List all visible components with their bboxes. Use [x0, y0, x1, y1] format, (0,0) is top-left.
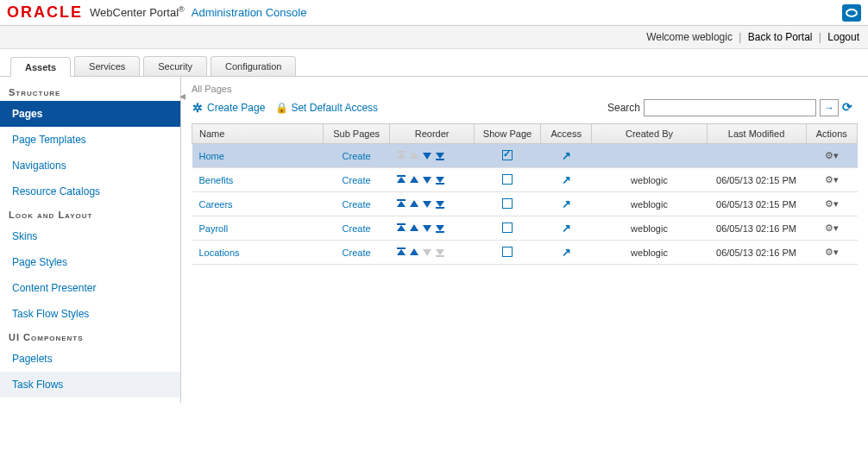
page-name-link[interactable]: Payroll: [199, 223, 229, 234]
actions-menu-button[interactable]: ⚙▾: [825, 247, 839, 257]
reorder-controls[interactable]: [397, 247, 468, 258]
tab-services[interactable]: Services: [74, 56, 140, 76]
last-modified-cell: [707, 144, 806, 168]
reorder-controls[interactable]: [397, 199, 468, 210]
svg-rect-0: [397, 151, 406, 153]
table-row[interactable]: BenefitsCreate↗weblogic06/05/13 02:15 PM…: [192, 168, 858, 192]
sidebar-item-task-flows[interactable]: Task Flows: [0, 372, 180, 398]
column-header[interactable]: Actions: [806, 124, 858, 144]
access-icon[interactable]: ↗: [562, 246, 571, 259]
sidebar-heading: Look and Layout: [0, 204, 180, 223]
accessibility-icon[interactable]: [842, 4, 861, 22]
sidebar-item-pagelets[interactable]: Pagelets: [0, 346, 180, 372]
sidebar-heading: UI Components: [0, 327, 180, 346]
created-by-cell: [592, 144, 707, 168]
svg-marker-16: [436, 201, 444, 207]
actions-menu-button[interactable]: ⚙▾: [825, 222, 839, 233]
product-name: WebCenter Portal®: [90, 5, 185, 19]
page-name-link[interactable]: Careers: [199, 199, 233, 210]
table-row[interactable]: LocationsCreate↗weblogic06/05/13 02:16 P…: [192, 241, 858, 265]
last-modified-cell: 06/05/13 02:15 PM: [707, 168, 806, 192]
tab-assets[interactable]: Assets: [10, 57, 71, 77]
sidebar-item-skins[interactable]: Skins: [0, 223, 180, 249]
create-subpage-link[interactable]: Create: [343, 223, 371, 234]
welcome-bar: Welcome weblogic | Back to Portal | Logo…: [0, 26, 868, 49]
column-header[interactable]: Last Modified: [707, 124, 806, 144]
last-modified-cell: 06/05/13 02:16 PM: [707, 216, 806, 241]
search-label: Search: [607, 102, 640, 114]
header: ORACLE WebCenter Portal® Administration …: [0, 0, 868, 26]
page-name-link[interactable]: Locations: [199, 247, 240, 258]
reorder-controls[interactable]: [397, 175, 468, 185]
table-row[interactable]: PayrollCreate↗weblogic06/05/13 02:16 PM⚙…: [192, 216, 858, 241]
pages-table: NameSub PagesReorderShow PageAccessCreat…: [192, 123, 858, 265]
svg-marker-15: [423, 201, 431, 208]
refresh-button[interactable]: ⟳: [842, 100, 858, 116]
console-label: Administration Console: [192, 6, 307, 19]
last-modified-cell: 06/05/13 02:15 PM: [707, 192, 806, 216]
create-subpage-link[interactable]: Create: [343, 199, 371, 210]
column-header[interactable]: Name: [192, 124, 324, 144]
show-page-checkbox[interactable]: [502, 222, 513, 233]
set-default-access-button[interactable]: 🔒 Set Default Access: [275, 102, 378, 114]
access-icon[interactable]: ↗: [562, 149, 571, 162]
table-row[interactable]: HomeCreate↗⚙▾: [192, 144, 858, 168]
svg-marker-8: [410, 176, 418, 183]
svg-rect-5: [436, 159, 444, 160]
search-input[interactable]: [644, 99, 816, 116]
actions-menu-button[interactable]: ⚙▾: [825, 198, 839, 209]
column-header[interactable]: Access: [541, 124, 592, 144]
sidebar-item-content-presenter[interactable]: Content Presenter: [0, 275, 180, 301]
back-to-portal-link[interactable]: Back to Portal: [748, 31, 813, 43]
svg-rect-11: [436, 183, 444, 185]
collapse-handle-icon[interactable]: ◂: [179, 89, 188, 103]
column-header[interactable]: Show Page: [474, 124, 540, 144]
column-header[interactable]: Sub Pages: [323, 124, 389, 144]
sidebar-item-page-styles[interactable]: Page Styles: [0, 249, 180, 275]
column-header[interactable]: Reorder: [390, 124, 475, 144]
actions-menu-button[interactable]: ⚙▾: [825, 174, 839, 185]
actions-menu-button[interactable]: ⚙▾: [825, 150, 839, 160]
show-page-checkbox[interactable]: [502, 150, 513, 160]
svg-marker-25: [397, 249, 406, 255]
svg-rect-29: [436, 255, 444, 257]
logout-link[interactable]: Logout: [827, 31, 859, 43]
show-page-checkbox[interactable]: [502, 174, 513, 185]
access-icon[interactable]: ↗: [562, 222, 571, 235]
svg-marker-4: [436, 153, 444, 159]
svg-rect-24: [397, 247, 406, 249]
sidebar-item-navigations[interactable]: Navigations: [0, 153, 180, 179]
svg-marker-13: [397, 201, 406, 207]
sidebar-item-task-flow-styles[interactable]: Task Flow Styles: [0, 301, 180, 327]
svg-marker-27: [423, 249, 431, 256]
sidebar-item-page-templates[interactable]: Page Templates: [0, 127, 180, 153]
create-subpage-link[interactable]: Create: [343, 175, 371, 185]
svg-marker-21: [423, 225, 431, 232]
access-icon[interactable]: ↗: [562, 197, 571, 210]
reorder-controls[interactable]: [397, 223, 468, 234]
svg-rect-12: [397, 199, 406, 201]
create-subpage-link[interactable]: Create: [343, 247, 371, 258]
tab-security[interactable]: Security: [143, 56, 207, 76]
page-name-link[interactable]: Home: [199, 151, 224, 161]
sidebar-item-resource-catalogs[interactable]: Resource Catalogs: [0, 179, 180, 204]
svg-rect-23: [436, 231, 444, 233]
svg-rect-6: [397, 175, 406, 177]
tabs: AssetsServicesSecurityConfiguration: [0, 49, 868, 77]
sidebar-item-pages[interactable]: Pages: [0, 101, 180, 127]
search-area: Search → ⟳: [607, 99, 858, 116]
show-page-checkbox[interactable]: [502, 247, 513, 257]
page-name-link[interactable]: Benefits: [199, 175, 234, 185]
toolbar: ✲ Create Page 🔒 Set Default Access Searc…: [192, 99, 858, 116]
show-page-checkbox[interactable]: [502, 198, 513, 209]
reorder-controls[interactable]: [397, 151, 468, 161]
svg-rect-18: [397, 223, 406, 225]
column-header[interactable]: Created By: [592, 124, 707, 144]
create-page-button[interactable]: ✲ Create Page: [192, 102, 265, 114]
access-icon[interactable]: ↗: [562, 173, 571, 186]
search-go-button[interactable]: →: [820, 99, 839, 116]
create-subpage-link[interactable]: Create: [343, 151, 371, 161]
svg-marker-20: [410, 224, 418, 231]
table-row[interactable]: CareersCreate↗weblogic06/05/13 02:15 PM⚙…: [192, 192, 858, 216]
tab-configuration[interactable]: Configuration: [211, 56, 296, 76]
